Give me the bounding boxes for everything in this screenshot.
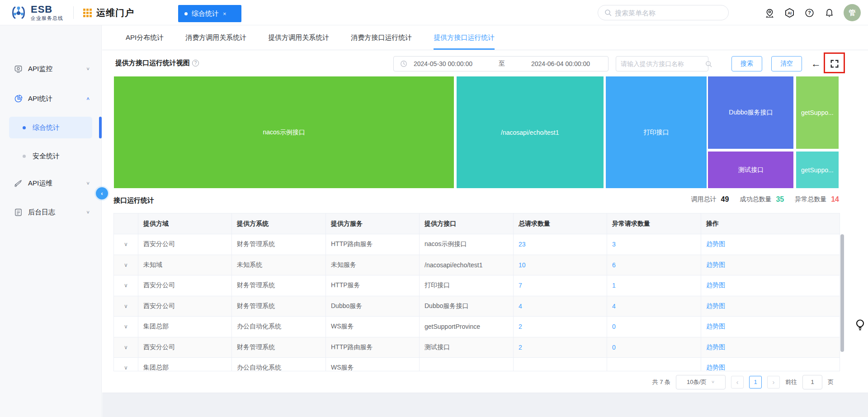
interface-name-search[interactable] [616,56,708,71]
sidebar-collapse-button[interactable]: ‹ [96,187,108,199]
request-count-link[interactable]: 10 [514,255,607,276]
table-cell: 未知服务 [326,255,420,276]
sidebar-subitem-label: 安全统计 [33,152,60,161]
row-expand-icon[interactable]: ∨ [114,296,138,317]
request-count-link[interactable]: 2 [514,317,607,337]
prev-page-button[interactable]: ‹ [731,376,744,389]
location-icon[interactable] [764,7,775,18]
treemap-block[interactable]: getSuppo... [796,151,839,189]
notification-bell-icon[interactable] [824,7,835,18]
column-header: 提供方接口 [420,213,514,234]
treemap-block[interactable]: 测试接口 [708,151,794,189]
date-start-value[interactable]: 2024-05-30 00:00:00 [414,60,472,67]
request-count-link[interactable]: 3 [607,234,701,255]
treemap-block[interactable]: 打印接口 [605,76,707,189]
request-count-link[interactable]: 4 [607,296,701,317]
table-cell: 办公自动化系统 [232,317,326,337]
row-expand-icon[interactable]: ∨ [114,337,138,358]
request-count-link[interactable]: 1 [607,275,701,296]
menu-search-box[interactable] [598,5,729,20]
table-row: ∨西安分公司财务管理系统HTTP路由服务nacos示例接口233趋势图 [114,234,840,255]
row-expand-icon[interactable]: ∨ [114,317,138,337]
tab-api-distribution[interactable]: API分布统计 [126,25,164,50]
row-expand-icon[interactable]: ∨ [114,255,138,276]
table-cell: 西安分公司 [138,337,232,358]
view-title: 提供方接口运行统计视图 ? [115,59,199,67]
date-end-value[interactable]: 2024-06-04 00:00:00 [531,60,590,67]
action-cell: 趋势图 [701,358,840,371]
column-header: 总请求数量 [514,213,607,234]
request-count-link[interactable]: 0 [607,317,701,337]
fullscreen-icon[interactable] [829,58,840,70]
search-button[interactable]: 搜索 [731,56,762,71]
trend-chart-link[interactable]: 趋势图 [706,302,725,310]
treemap-block-label: 打印接口 [644,128,669,137]
request-count-link[interactable]: 6 [607,255,701,276]
goto-page-input[interactable] [802,375,822,389]
request-count-link[interactable]: 4 [514,296,607,317]
treemap-block[interactable]: nacos示例接口 [113,76,454,189]
sidebar-item-api-stats[interactable]: API统计 ∧ [0,90,102,108]
treemap-block[interactable]: Dubbo服务接口 [708,76,794,149]
sidebar-item-backend-logs[interactable]: 后台日志 ∨ [0,203,102,221]
goto-label: 前往 [785,378,797,386]
table-cell: 集团总部 [138,358,232,371]
chip-dot-icon [184,12,188,15]
stats-summary: 调用总计 49 成功总数量 35 异常总数量 14 [561,195,839,204]
table-cell: HTTP服务 [326,275,420,296]
trend-chart-link[interactable]: 趋势图 [706,343,725,351]
next-page-button[interactable]: › [767,376,780,389]
sidebar-item-label: 后台日志 [28,208,86,217]
table-scrollbar[interactable] [840,234,844,352]
chip-label: 综合统计 [192,9,219,18]
treemap-block-label: Dubbo服务接口 [729,109,773,117]
content-tabbar: API分布统计 消费方调用关系统计 提供方调用关系统计 消费方接口运行统计 提供… [102,25,868,50]
tab-consumer-interface-run[interactable]: 消费方接口运行统计 [351,25,412,50]
interface-name-input[interactable] [621,60,703,67]
trend-chart-link[interactable]: 趋势图 [706,322,725,331]
trend-chart-link[interactable]: 趋势图 [706,261,725,269]
date-range-picker[interactable]: 2024-05-30 00:00:00 至 2024-06-04 00:00:0… [393,56,609,71]
request-count-link[interactable]: 23 [514,234,607,255]
request-count-link[interactable]: 7 [514,275,607,296]
menu-search-input[interactable] [615,9,722,17]
page-size-select[interactable]: 10条/页 ∨ [676,375,726,389]
row-expand-icon[interactable]: ∨ [114,358,138,371]
tab-provider-call-relation[interactable]: 提供方调用关系统计 [268,25,329,50]
open-tab-chip[interactable]: 综合统计 × [178,5,241,22]
trend-chart-link[interactable]: 趋势图 [706,281,725,289]
trend-chart-link[interactable]: 趋势图 [706,240,725,248]
treemap-block[interactable]: getSuppo... [796,76,839,149]
row-expand-icon[interactable]: ∨ [114,275,138,296]
table-cell: 西安分公司 [138,275,232,296]
back-arrow-icon[interactable]: ← [809,56,823,71]
table-cell: Dubbo服务 [326,296,420,317]
lightbulb-icon[interactable] [854,318,866,332]
action-cell: 趋势图 [701,337,840,358]
tab-consumer-call-relation[interactable]: 消费方调用关系统计 [185,25,246,50]
ops-tool-icon [14,179,23,188]
chip-close-icon[interactable]: × [223,10,226,17]
row-expand-icon[interactable]: ∨ [114,234,138,255]
sidebar-item-api-monitor[interactable]: API监控 ∨ [0,60,102,78]
portal-home[interactable]: 运维门户 [83,7,134,19]
ai-assistant-icon[interactable]: AI [784,7,795,18]
sidebar-item-api-ops[interactable]: API运维 ∨ [0,174,102,192]
request-count-link[interactable]: 0 [607,337,701,358]
sidebar-item-comprehensive-stats[interactable]: 综合统计 [9,117,92,138]
header-divider [73,6,74,19]
trend-chart-link[interactable]: 趋势图 [706,364,725,371]
info-tooltip-icon[interactable]: ? [192,60,199,66]
help-icon[interactable]: ? [804,7,815,18]
stat-total-value: 49 [721,195,729,204]
table-cell: 财务管理系统 [232,296,326,317]
clear-button[interactable]: 清空 [771,56,802,71]
user-avatar[interactable]: 管 [844,4,861,21]
page-number-1[interactable]: 1 [749,376,762,389]
log-document-icon [14,208,23,217]
tab-provider-interface-run[interactable]: 提供方接口运行统计 [434,25,495,50]
page-unit-label: 页 [828,378,834,386]
treemap-block[interactable]: /nacosapi/echo/test1 [456,76,604,189]
sidebar-item-security-stats[interactable]: 安全统计 [9,145,92,167]
request-count-link[interactable]: 2 [514,337,607,358]
